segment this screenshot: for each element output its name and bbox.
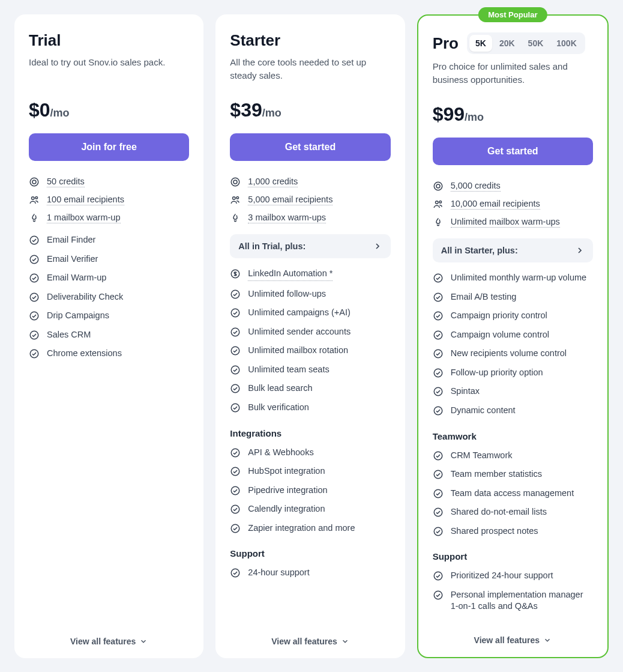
check-icon <box>433 329 444 341</box>
recipients-icon <box>29 195 40 205</box>
feature-text: Unlimited mailbox rotation <box>248 345 348 357</box>
recipients-icon <box>433 199 444 210</box>
check-icon <box>230 567 241 578</box>
feature-text: Personal implementation manager 1-on-1 c… <box>451 589 593 613</box>
tier-tab-100k[interactable]: 100K <box>550 35 582 52</box>
view-all-features[interactable]: View all features <box>29 625 189 646</box>
feature-text: Sales CRM <box>47 329 91 341</box>
dollar-icon <box>230 268 241 279</box>
svg-point-22 <box>232 404 240 412</box>
feature-text: LinkedIn Automation * <box>248 268 333 281</box>
svg-point-41 <box>434 452 442 460</box>
view-all-label: View all features <box>70 637 136 646</box>
metric-credits: 1,000 credits <box>230 177 390 187</box>
chevron-right-icon <box>373 241 382 251</box>
check-icon <box>230 402 241 413</box>
feature-text: Chrome extensions <box>47 348 122 360</box>
check-icon <box>230 383 241 394</box>
plan-title: Trial <box>29 31 61 50</box>
feature-item: 24-hour support <box>230 567 390 579</box>
inherit-bar[interactable]: All in Trial, plus: <box>230 234 390 258</box>
feature-text: Pipedrive integration <box>248 485 327 497</box>
metric-recipients: 10,000 email recipients <box>433 199 593 210</box>
feature-text: Unlimited monthly warm-up volume <box>451 272 586 284</box>
check-icon <box>230 465 241 477</box>
svg-point-10 <box>30 350 38 359</box>
svg-point-25 <box>232 486 240 495</box>
section-title: Integrations <box>230 428 390 438</box>
feature-item: Zapier integration and more <box>230 522 390 534</box>
check-icon <box>433 272 444 283</box>
credits-icon <box>29 177 40 187</box>
plan-card-pro: Most PopularPro5K20K50K100KPro choice fo… <box>417 14 609 658</box>
plan-card-trial: TrialIdeal to try out Snov.io sales pack… <box>14 14 203 658</box>
svg-point-23 <box>232 449 240 457</box>
feature-item: Shared prospect notes <box>433 525 593 537</box>
check-icon <box>230 345 241 356</box>
metrics: 1,000 credits5,000 email recipients3 mai… <box>230 177 390 223</box>
view-all-features[interactable]: View all features <box>433 623 593 645</box>
svg-point-36 <box>434 331 442 339</box>
feature-list: 24-hour support <box>230 567 390 579</box>
feature-item: New recipients volume control <box>433 348 593 360</box>
inherit-bar[interactable]: All in Starter, plus: <box>433 238 593 262</box>
svg-point-42 <box>434 470 442 479</box>
svg-point-19 <box>232 347 240 356</box>
credits-icon <box>433 181 444 192</box>
section-title: Teamwork <box>433 431 593 441</box>
svg-point-8 <box>30 312 38 321</box>
tier-tab-50k[interactable]: 50K <box>522 35 550 52</box>
recipients-icon <box>230 195 241 205</box>
feature-item: Bulk verification <box>230 402 390 414</box>
cta-button[interactable]: Get started <box>230 133 390 161</box>
check-icon <box>230 364 241 375</box>
feature-text: Bulk verification <box>248 402 309 414</box>
feature-text: Follow-up priority option <box>451 367 543 379</box>
view-all-features[interactable]: View all features <box>230 625 390 646</box>
svg-point-18 <box>232 328 240 336</box>
feature-text: Email Finder <box>47 234 95 246</box>
svg-point-5 <box>30 255 38 264</box>
svg-point-30 <box>436 184 440 188</box>
svg-point-39 <box>434 388 442 396</box>
feature-item: Unlimited mailbox rotation <box>230 345 390 357</box>
check-icon <box>230 447 241 458</box>
feature-item: Dynamic content <box>433 405 593 417</box>
svg-point-44 <box>434 508 442 516</box>
cta-button[interactable]: Get started <box>433 138 593 165</box>
metric-text: 5,000 email recipients <box>248 195 333 205</box>
feature-item: Pipedrive integration <box>230 485 390 497</box>
cta-button[interactable]: Join for free <box>29 133 189 161</box>
svg-point-35 <box>434 312 442 320</box>
metric-warmup: Unlimited mailbox warm-ups <box>433 217 593 228</box>
check-icon <box>433 310 444 321</box>
tier-tab-20k[interactable]: 20K <box>493 35 521 52</box>
price-period: /mo <box>262 107 281 119</box>
pricing-grid: TrialIdeal to try out Snov.io sales pack… <box>14 14 609 658</box>
check-icon <box>433 570 444 581</box>
price-amount: $0 <box>29 99 50 121</box>
metric-text: 10,000 email recipients <box>451 199 540 210</box>
credits-icon <box>230 177 241 187</box>
feature-list: Unlimited monthly warm-up volumeEmail A/… <box>433 272 593 417</box>
metric-text: 1 mailbox warm-up <box>47 213 121 223</box>
check-icon <box>433 348 444 359</box>
check-icon <box>230 522 241 534</box>
feature-text: Unlimited sender accounts <box>248 326 351 338</box>
feature-text: Team data access management <box>451 488 574 500</box>
feature-item: Unlimited campaigns (+AI) <box>230 307 390 319</box>
feature-item: Team data access management <box>433 488 593 500</box>
check-icon <box>230 307 241 318</box>
tier-tab-5k[interactable]: 5K <box>469 35 492 52</box>
svg-point-0 <box>30 178 38 186</box>
svg-point-31 <box>435 201 438 204</box>
svg-point-43 <box>434 489 442 498</box>
feature-text: Zapier integration and more <box>248 522 355 534</box>
chevron-down-icon <box>139 637 148 646</box>
check-icon <box>29 253 40 265</box>
feature-text: 24-hour support <box>248 567 309 579</box>
feature-text: Dynamic content <box>451 405 516 417</box>
feature-item: Email Finder <box>29 234 189 246</box>
feature-text: Campaign priority control <box>451 310 547 322</box>
feature-text: Spintax <box>451 386 480 398</box>
